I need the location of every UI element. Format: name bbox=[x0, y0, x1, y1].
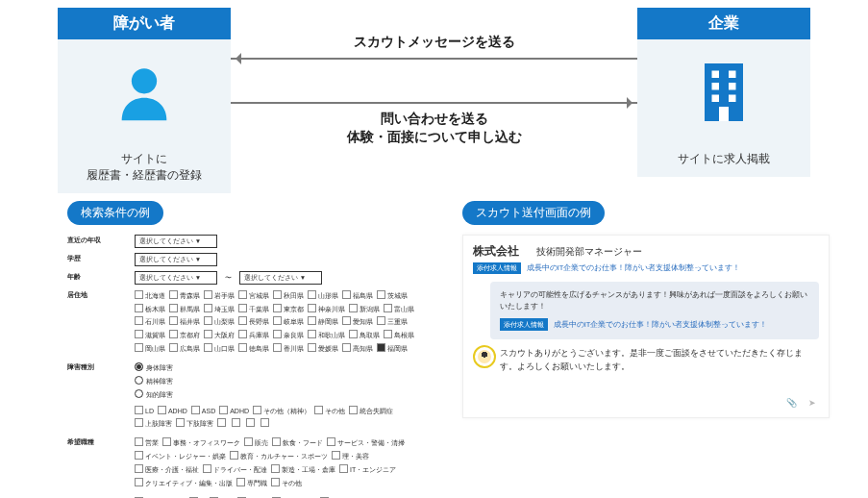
right-panel: 企業 サイトに求人掲載 bbox=[637, 8, 810, 177]
checkbox-option[interactable]: 京都府 bbox=[169, 330, 200, 341]
education-select[interactable]: 選択してください bbox=[135, 253, 217, 266]
checkbox-option[interactable]: 岩手県 bbox=[204, 290, 235, 302]
checkbox-option[interactable]: その他 bbox=[314, 406, 345, 417]
checkbox-option[interactable]: イベント・レジャー・娯楽 bbox=[135, 451, 226, 462]
checkbox-option[interactable]: 医療・介護・福祉 bbox=[135, 464, 199, 476]
checkbox-option[interactable]: 岐阜県 bbox=[273, 316, 304, 328]
scout-job-title: 技術開発部マネージャー bbox=[536, 245, 642, 259]
checkbox-option[interactable]: 長野県 bbox=[238, 316, 269, 328]
checkbox-option[interactable]: サービス・警備・清掃 bbox=[327, 437, 405, 449]
checkbox-option[interactable]: 青森県 bbox=[169, 290, 200, 302]
svg-rect-2 bbox=[712, 71, 720, 79]
checkbox-option[interactable]: 秋田県 bbox=[273, 290, 304, 302]
checkbox-option[interactable]: 石川県 bbox=[135, 316, 165, 328]
checkbox-option[interactable]: クリエイティブ・編集・出版 bbox=[135, 478, 233, 489]
checkbox-option[interactable]: 福島県 bbox=[342, 290, 373, 302]
checkbox-option[interactable]: 奈良県 bbox=[273, 330, 304, 341]
checkbox-option[interactable]: 栃木県 bbox=[135, 304, 165, 315]
checkbox-option[interactable]: 群馬県 bbox=[169, 304, 200, 315]
svg-rect-5 bbox=[729, 83, 736, 90]
checkbox-option[interactable]: IT・エンジニア bbox=[339, 464, 396, 476]
checkbox-option[interactable]: 教育・カルチャー・スポーツ bbox=[230, 451, 328, 462]
checkbox-option[interactable]: 製造・工場・倉庫 bbox=[271, 464, 335, 476]
checkbox-option[interactable]: 理・美容 bbox=[332, 451, 369, 462]
scout-badge: スカウト送付画面の例 bbox=[462, 201, 605, 225]
radio-option[interactable]: 身体障害 bbox=[135, 362, 173, 374]
radio-option[interactable]: 精神障害 bbox=[135, 376, 173, 387]
scout-reply: スカウトありがとうございます。是非一度ご面談をさせていただきたく存じます。よろし… bbox=[500, 347, 820, 373]
job-checkboxes[interactable]: 営業事務・オフィスワーク販売飲食・フードサービス・警備・清掃イベント・レジャー・… bbox=[135, 436, 435, 489]
checkbox-option[interactable]: 茨城県 bbox=[377, 290, 408, 302]
residence-checkboxes[interactable]: 北海道青森県岩手県宮城県秋田県山形県福島県茨城県栃木県群馬県埼玉県千葉県東京都神… bbox=[135, 289, 435, 356]
checkbox-option[interactable]: 和歌山県 bbox=[308, 330, 345, 341]
checkbox-option[interactable]: 徳島県 bbox=[238, 343, 269, 355]
checkbox-option[interactable]: 高知県 bbox=[342, 343, 373, 355]
send-icon[interactable]: ➤ bbox=[806, 396, 819, 410]
scout-message-bubble: キャリアの可能性を広げるチャンスがあります！興味があれば一度面談をよろしくお願い… bbox=[490, 282, 820, 339]
checkbox-option[interactable]: その他 bbox=[271, 478, 302, 489]
checkbox-option[interactable]: その他（精神） bbox=[253, 406, 310, 417]
checkbox-option[interactable]: 滋賀県 bbox=[135, 330, 165, 341]
checkbox-option[interactable]: LD bbox=[135, 406, 154, 417]
checkbox-option[interactable]: 千葉県 bbox=[238, 304, 269, 315]
checkbox-option[interactable]: 島根県 bbox=[384, 330, 414, 341]
attach-icon[interactable]: 📎 bbox=[784, 396, 798, 410]
checkbox-option[interactable] bbox=[246, 418, 257, 430]
checkbox-option[interactable] bbox=[217, 418, 228, 430]
checkbox-option[interactable]: 静岡県 bbox=[308, 316, 338, 328]
checkbox-option[interactable]: 福井県 bbox=[169, 316, 200, 328]
checkbox-option[interactable]: ASD bbox=[191, 406, 215, 417]
checkbox-option[interactable]: 専門職 bbox=[236, 478, 267, 489]
checkbox-option[interactable]: 兵庫県 bbox=[238, 330, 269, 341]
age-from-select[interactable]: 選択してください bbox=[135, 271, 217, 285]
left-panel-footer: サイトに 履歴書・経歴書の登録 bbox=[58, 145, 231, 193]
checkbox-option[interactable]: 販売 bbox=[244, 437, 268, 449]
checkbox-option[interactable]: 三重県 bbox=[377, 316, 408, 328]
checkbox-option[interactable] bbox=[260, 418, 271, 430]
checkbox-option[interactable]: 飲食・フード bbox=[272, 437, 323, 449]
checkbox-option[interactable]: 埼玉県 bbox=[204, 304, 235, 315]
arrow-left-icon bbox=[231, 58, 637, 60]
checkbox-option[interactable]: 新潟県 bbox=[349, 304, 380, 315]
checkbox-option[interactable]: 山梨県 bbox=[204, 316, 235, 328]
radio-option[interactable]: 知的障害 bbox=[135, 389, 173, 401]
checkbox-option[interactable]: 富山県 bbox=[384, 304, 414, 315]
attachment-tag[interactable]: 添付求人情報 bbox=[473, 262, 521, 274]
checkbox-option[interactable]: 愛知県 bbox=[342, 316, 373, 328]
income-select[interactable]: 選択してください bbox=[135, 235, 217, 248]
checkbox-option[interactable]: 山口県 bbox=[204, 343, 235, 355]
checkbox-option[interactable]: ADHD bbox=[219, 406, 249, 417]
scout-panel: 株式会社 技術開発部マネージャー 添付求人情報 成長中のIT企業でのお仕事！障が… bbox=[462, 235, 831, 419]
checkbox-option[interactable]: 事務・オフィスワーク bbox=[162, 437, 240, 449]
checkbox-option[interactable]: 宮城県 bbox=[238, 290, 269, 302]
checkbox-option[interactable]: 香川県 bbox=[273, 343, 304, 355]
checkbox-option[interactable]: 営業 bbox=[135, 437, 159, 449]
building-icon bbox=[637, 39, 810, 145]
age-to-select[interactable]: 選択してください bbox=[239, 271, 322, 285]
checkbox-option[interactable]: 鳥取県 bbox=[349, 330, 380, 341]
arrow-area: スカウトメッセージを送る 問い合わせを送る 体験・面接について申し込む bbox=[231, 27, 637, 172]
bubble-attachment-tag[interactable]: 添付求人情報 bbox=[500, 318, 548, 331]
checkbox-option[interactable]: ADHD bbox=[158, 406, 187, 417]
disability-checkboxes[interactable]: LDADHDASDADHDその他（精神）その他統合失調症上肢障害下肢障害 bbox=[135, 405, 435, 432]
checkbox-option[interactable]: 東京都 bbox=[273, 304, 304, 315]
checkbox-option[interactable]: 下肢障害 bbox=[176, 418, 213, 430]
search-form: 直近の年収 選択してください 学歴 選択してください 年齢 選択してください 〜… bbox=[67, 235, 435, 498]
search-badge: 検索条件の例 bbox=[67, 201, 163, 225]
inquiry-arrow-label-2: 体験・面接について申し込む bbox=[231, 128, 637, 147]
checkbox-option[interactable]: 福岡県 bbox=[377, 343, 408, 355]
checkbox-option[interactable] bbox=[232, 418, 242, 430]
scout-arrow-label: スカウトメッセージを送る bbox=[231, 33, 637, 52]
checkbox-option[interactable]: ドライバー・配達 bbox=[203, 464, 267, 476]
checkbox-option[interactable]: 山形県 bbox=[308, 290, 338, 302]
checkbox-option[interactable]: 広島県 bbox=[169, 343, 200, 355]
checkbox-option[interactable]: 大阪府 bbox=[204, 330, 235, 341]
search-example: 検索条件の例 直近の年収 選択してください 学歴 選択してください 年齢 選択し… bbox=[67, 201, 435, 498]
checkbox-option[interactable]: 愛媛県 bbox=[308, 343, 338, 355]
checkbox-option[interactable]: 上肢障害 bbox=[135, 418, 172, 430]
checkbox-option[interactable]: 北海道 bbox=[135, 290, 165, 302]
checkbox-option[interactable]: 岡山県 bbox=[135, 343, 165, 355]
checkbox-option[interactable]: 統合失調症 bbox=[349, 406, 393, 417]
disability-radios[interactable]: 身体障害精神障害知的障害 bbox=[135, 361, 435, 402]
checkbox-option[interactable]: 神奈川県 bbox=[308, 304, 345, 315]
